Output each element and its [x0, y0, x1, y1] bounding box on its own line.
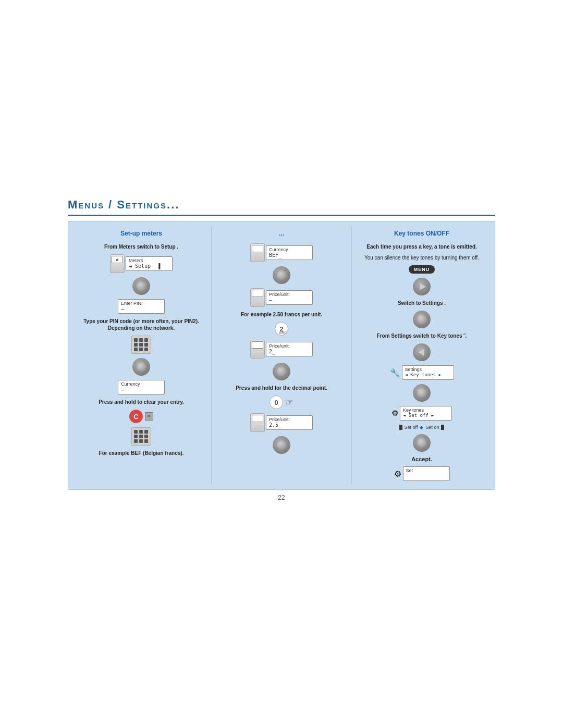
col2-hand-icon: ☞ — [285, 397, 293, 408]
kd — [139, 430, 143, 434]
col3-silence-text: You can silence the key tones by turning… — [364, 254, 479, 261]
col3-left-arrow-icon — [418, 349, 424, 356]
col1-from-meters-text: From Meters switch to Setup . — [104, 243, 178, 250]
columns-wrapper: Set-up meters From Meters switch to Setu… — [68, 221, 495, 490]
col3-keytones-display-row: ⚙ Key tones ◄ Set off ► — [391, 406, 452, 421]
col1-ok-btn-2-inner — [137, 362, 146, 372]
col2-ok-btn-2[interactable] — [273, 363, 290, 380]
col1-ok-btn-2[interactable] — [132, 358, 150, 376]
col2-mini-screen-4 — [252, 415, 263, 422]
col3-set-gear-icon: ⚙ — [394, 469, 401, 479]
col3-setoff-label: Set off — [405, 425, 418, 430]
col3-press-key-text: Each time you press a key, a tone is emi… — [366, 243, 477, 250]
col1-meters-display-row: 🖨 Meters ◄ Setup ▐ — [110, 254, 173, 273]
col1-ok-btn-1[interactable] — [132, 277, 150, 295]
col3-setoff-indicator-row: Set off ◆ Set on — [399, 425, 445, 430]
col2-ok-btn-2-inner — [277, 367, 286, 376]
kd — [139, 439, 143, 443]
col2-badge-sub-abc: ABC — [279, 331, 287, 335]
col-setup-meters: Set-up meters From Meters switch to Setu… — [71, 227, 212, 484]
col3-header: Key tones ON/OFF — [394, 230, 449, 237]
kd — [139, 348, 143, 351]
col1-mini-device-1: 🖨 — [110, 254, 125, 273]
col1-clear-text: Press and hold to clear your entry. — [99, 399, 184, 405]
col-dots: ... Currency BEF_ — [212, 227, 352, 484]
col3-left-arrow-btn[interactable] — [413, 343, 431, 361]
col2-priceunit-row-2: Price/unit: 2_ — [250, 340, 313, 359]
kd — [134, 343, 138, 347]
col1-keypad-1[interactable] — [131, 336, 151, 354]
col2-priceunit-row-1: Price/unit: — — [250, 288, 313, 307]
col3-gear-icon: ⚙ — [391, 409, 398, 418]
kd — [144, 435, 148, 438]
col3-ok-btn-1[interactable] — [413, 311, 431, 328]
kd — [139, 338, 143, 342]
col1-pin-text: Type your PIN code (or more often, your … — [74, 318, 209, 331]
col1-clear-btn[interactable]: C — [129, 410, 143, 423]
col3-ok-btn-3[interactable] — [413, 434, 431, 452]
col2-mini-screen-3 — [252, 341, 263, 349]
page-content: Menus / Settings... Set-up meters From M… — [68, 198, 495, 501]
col2-mini-device-4 — [250, 413, 265, 432]
col1-eraser-icon: ✏ — [145, 412, 153, 421]
col3-seton-indicator — [441, 425, 444, 430]
col1-header: Set-up meters — [120, 230, 162, 237]
kd — [144, 439, 148, 443]
col3-play-btn[interactable] — [413, 278, 431, 295]
col3-setoff-indicator — [399, 425, 402, 430]
col2-mini-device-2 — [250, 288, 265, 307]
col3-seton-label: Set on — [425, 425, 439, 430]
col3-settings-display: Settings ◄ Key tones ► — [402, 365, 454, 380]
col3-accept-text: Accept. — [411, 456, 432, 462]
col3-menu-btn[interactable]: MENU — [409, 265, 435, 274]
col2-display-currency: Currency BEF_ — [266, 245, 313, 260]
col-key-tones: Key tones ON/OFF Each time you press a k… — [352, 227, 492, 484]
col3-wrench-icon: 🔧 — [390, 368, 400, 378]
col1-keypad-2[interactable] — [131, 427, 151, 446]
col1-ok-btn-1-inner — [137, 281, 146, 291]
kd — [134, 348, 138, 351]
col2-ok-btn-3[interactable] — [273, 436, 290, 454]
kd — [144, 430, 148, 434]
col2-ok-btn-3-inner — [277, 440, 286, 450]
page-number: 22 — [68, 494, 495, 501]
kd — [144, 338, 148, 342]
col2-decimal-row: Press and hold for the decimal point. — [236, 385, 327, 391]
col3-ok-btn-3-inner — [417, 438, 426, 448]
col2-ok-btn-1[interactable] — [273, 266, 290, 284]
kd — [144, 348, 148, 351]
col2-mini-screen-1 — [252, 245, 263, 252]
col2-currency-row: Currency BEF_ — [250, 243, 313, 262]
col1-clear-btn-row: C ✏ — [129, 410, 153, 423]
col2-display-price3: Price/unit: 2.5_ — [266, 415, 313, 430]
col2-display-price1: Price/unit: — — [266, 290, 313, 305]
col2-mini-screen-2 — [252, 290, 263, 297]
col2-number-0-badge[interactable]: 0 — [270, 396, 283, 409]
kd — [139, 435, 143, 438]
col3-play-arrow-icon — [420, 283, 426, 290]
col3-settings-display-row: 🔧 Settings ◄ Key tones ► — [390, 365, 454, 380]
col3-ok-btn-2-inner — [417, 388, 426, 398]
col1-bef-text: For example BEF (Belgian francs). — [99, 450, 184, 456]
col2-priceunit-row-3: Price/unit: 2.5_ — [250, 413, 313, 432]
col3-from-settings-text: From Settings switch to Key tones ˜. — [377, 332, 467, 339]
col2-mini-device-3 — [250, 340, 265, 359]
kd — [134, 430, 138, 434]
col2-number-2-badge[interactable]: 2 ABC — [275, 322, 288, 336]
kd — [144, 343, 148, 347]
page-title: Menus / Settings... — [68, 198, 495, 216]
col2-display-price2: Price/unit: 2_ — [266, 342, 313, 356]
col1-display-pin: Enter PIN: — — [118, 299, 165, 314]
col2-decimal-text: Press and hold for the decimal point. — [236, 385, 327, 391]
col1-display-meters: Meters ◄ Setup ▐ — [126, 256, 173, 271]
col3-set-display-row: ⚙ Set — [394, 466, 450, 481]
kd — [134, 435, 138, 438]
col1-mini-screen-1: 🖨 — [112, 256, 123, 263]
col2-header: ... — [279, 230, 284, 237]
col3-set-display: Set — [403, 466, 450, 481]
col2-mini-device-1 — [250, 243, 265, 262]
col1-display-currency: Currency — — [118, 380, 165, 394]
col2-ok-btn-1-inner — [277, 270, 286, 280]
col3-ok-btn-2[interactable] — [413, 384, 431, 402]
col3-diamond-icon: ◆ — [420, 425, 423, 430]
